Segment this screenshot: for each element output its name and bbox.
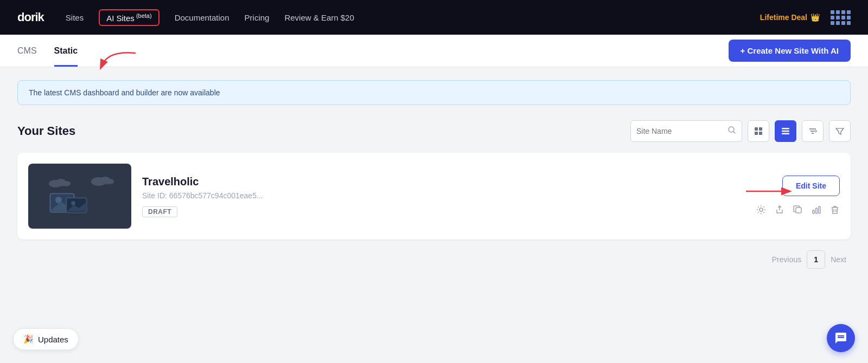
- list-view-button[interactable]: [775, 120, 796, 142]
- grid-view-button[interactable]: [748, 120, 769, 142]
- site-status-badge: DRAFT: [142, 206, 177, 217]
- search-icon: [727, 126, 736, 137]
- sort-button[interactable]: [802, 120, 824, 142]
- svg-point-27: [760, 208, 763, 211]
- duplicate-icon[interactable]: [793, 205, 803, 217]
- nav-link-sites[interactable]: Sites: [66, 13, 84, 22]
- svg-rect-31: [819, 206, 820, 213]
- analytics-icon[interactable]: [812, 205, 821, 217]
- sites-controls: [630, 120, 851, 142]
- nav-link-review[interactable]: Review & Earn $20: [284, 13, 354, 22]
- svg-rect-30: [816, 208, 818, 213]
- grid-menu-icon[interactable]: [831, 10, 851, 25]
- site-action-icons: [756, 205, 840, 217]
- sub-nav: CMS Static + Create New Site With AI: [0, 35, 868, 67]
- svg-rect-2: [755, 127, 758, 131]
- create-new-site-button[interactable]: + Create New Site With AI: [729, 40, 851, 62]
- svg-point-15: [62, 181, 71, 186]
- tab-static[interactable]: Static: [54, 35, 78, 67]
- edit-site-button[interactable]: Edit Site: [782, 176, 840, 196]
- nav-link-ai-sites[interactable]: AI Sites (beta): [99, 9, 159, 26]
- svg-point-25: [71, 201, 75, 205]
- pagination-next[interactable]: Next: [831, 255, 846, 264]
- search-input[interactable]: [636, 127, 723, 135]
- svg-rect-3: [759, 127, 762, 131]
- site-name: Travelholic: [142, 176, 745, 188]
- nav-right: Lifetime Deal 👑: [760, 10, 851, 25]
- settings-icon[interactable]: [756, 205, 766, 217]
- search-box: [630, 120, 742, 142]
- sub-nav-tabs: CMS Static: [17, 35, 78, 67]
- site-info: Travelholic Site ID: 66576bc577c94c001ea…: [142, 176, 745, 217]
- lifetime-deal-button[interactable]: Lifetime Deal 👑: [760, 13, 820, 22]
- chat-button[interactable]: [827, 324, 855, 352]
- site-id: Site ID: 66576bc577c94c001eae5...: [142, 191, 745, 200]
- svg-rect-6: [782, 128, 789, 129]
- nav-links: Sites AI Sites (beta) Documentation Pric…: [66, 9, 743, 26]
- svg-rect-28: [796, 208, 801, 213]
- sites-title: Your Sites: [17, 124, 75, 138]
- sites-header: Your Sites: [17, 120, 851, 142]
- tab-cms[interactable]: CMS: [17, 35, 37, 67]
- svg-rect-4: [755, 132, 758, 135]
- pagination-prev[interactable]: Previous: [772, 255, 801, 264]
- pagination: Previous 1 Next: [17, 250, 851, 269]
- navbar: dorik Sites AI Sites (beta) Documentatio…: [0, 0, 868, 35]
- svg-rect-8: [782, 133, 789, 135]
- info-banner: The latest CMS dashboard and builder are…: [17, 80, 851, 105]
- updates-icon: 🎉: [23, 334, 34, 344]
- site-thumbnail: [28, 164, 131, 229]
- svg-point-18: [105, 179, 114, 184]
- nav-link-pricing[interactable]: Pricing: [245, 13, 270, 22]
- crown-icon: 👑: [810, 13, 820, 22]
- updates-button[interactable]: 🎉 Updates: [13, 328, 79, 350]
- site-actions: Edit Site: [756, 176, 840, 217]
- svg-rect-5: [759, 132, 762, 135]
- filter-button[interactable]: [829, 120, 851, 142]
- site-card: Travelholic Site ID: 66576bc577c94c001ea…: [17, 153, 851, 239]
- updates-label: Updates: [38, 335, 68, 344]
- main-content: The latest CMS dashboard and builder are…: [0, 67, 868, 282]
- svg-rect-7: [782, 131, 789, 132]
- svg-rect-29: [813, 210, 814, 213]
- export-icon[interactable]: [775, 205, 784, 217]
- pagination-current[interactable]: 1: [807, 250, 825, 269]
- logo[interactable]: dorik: [17, 10, 44, 24]
- delete-icon[interactable]: [830, 205, 840, 217]
- nav-link-documentation[interactable]: Documentation: [175, 13, 229, 22]
- svg-line-1: [733, 132, 736, 134]
